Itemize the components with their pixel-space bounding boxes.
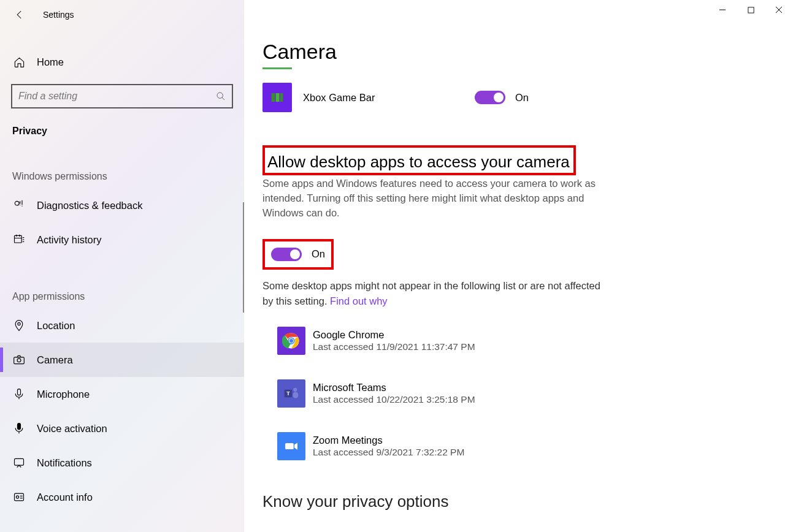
home-nav[interactable]: Home bbox=[11, 48, 233, 77]
sidebar-item-activity[interactable]: Activity history bbox=[0, 222, 244, 257]
section-header-windows-permissions: Windows permissions bbox=[12, 171, 233, 182]
camera-icon bbox=[12, 354, 26, 366]
xbox-icon bbox=[262, 83, 292, 112]
teams-icon: T bbox=[277, 379, 305, 408]
svg-rect-13 bbox=[276, 93, 280, 102]
desktop-apps-description: Some apps and Windows features need to a… bbox=[262, 177, 606, 221]
sidebar-item-label: Activity history bbox=[37, 234, 101, 246]
search-icon bbox=[216, 91, 226, 101]
main-content: Camera Xbox Game Bar On Allow desktop ap… bbox=[244, 0, 793, 532]
sidebar-item-account[interactable]: Account info bbox=[0, 480, 244, 514]
microphone-icon bbox=[12, 388, 26, 400]
sidebar-item-label: Microphone bbox=[37, 389, 90, 400]
search-input-wrapper[interactable] bbox=[11, 84, 233, 108]
sidebar-item-voice[interactable]: Voice activation bbox=[0, 411, 244, 446]
svg-point-3 bbox=[18, 322, 20, 325]
maximize-button[interactable] bbox=[737, 0, 765, 20]
app-last-accessed: Last accessed 11/9/2021 11:37:47 PM bbox=[313, 341, 475, 352]
highlight-box-toggle: On bbox=[262, 239, 334, 270]
nav-list-app: Location Camera Microphone bbox=[0, 308, 244, 514]
svg-rect-12 bbox=[272, 93, 275, 102]
sidebar-item-diagnostics[interactable]: Diagnostics & feedback bbox=[0, 188, 244, 222]
zoom-icon bbox=[277, 432, 305, 460]
page-title: Camera bbox=[262, 40, 768, 64]
chrome-icon bbox=[277, 327, 305, 355]
sidebar-item-label: Camera bbox=[37, 354, 73, 366]
svg-rect-23 bbox=[293, 392, 299, 398]
app-row-xbox: Xbox Game Bar On bbox=[262, 83, 768, 112]
svg-point-0 bbox=[217, 93, 223, 98]
app-name: Xbox Game Bar bbox=[303, 92, 475, 104]
close-button[interactable] bbox=[765, 0, 793, 20]
sidebar-item-label: Location bbox=[37, 320, 75, 332]
svg-point-1 bbox=[15, 201, 19, 205]
svg-rect-7 bbox=[18, 424, 21, 430]
app-last-accessed: Last accessed 9/3/2021 7:32:22 PM bbox=[313, 447, 464, 458]
desktop-app-row: T Microsoft Teams Last accessed 10/22/20… bbox=[277, 379, 768, 408]
svg-point-19 bbox=[289, 339, 293, 343]
feedback-icon bbox=[12, 199, 26, 211]
location-icon bbox=[12, 319, 26, 332]
app-name: Zoom Meetings bbox=[313, 435, 464, 446]
nav-list-windows: Diagnostics & feedback Activity history bbox=[0, 188, 244, 257]
sidebar-item-label: Notifications bbox=[37, 457, 92, 469]
arrow-left-icon bbox=[14, 9, 25, 20]
note-prefix: Some desktop apps might not appear in th… bbox=[262, 280, 600, 306]
sidebar-item-camera[interactable]: Camera bbox=[0, 343, 244, 377]
toggle-state: On bbox=[312, 248, 325, 260]
sidebar-item-label: Diagnostics & feedback bbox=[37, 200, 142, 211]
window-controls bbox=[708, 0, 793, 20]
svg-rect-14 bbox=[280, 93, 283, 102]
svg-point-5 bbox=[17, 359, 21, 362]
window-title: Settings bbox=[43, 10, 74, 20]
section-header-app-permissions: App permissions bbox=[12, 291, 233, 302]
app-name: Google Chrome bbox=[313, 329, 475, 341]
voice-icon bbox=[12, 422, 26, 435]
back-button[interactable] bbox=[5, 0, 34, 29]
sidebar-item-notifications[interactable]: Notifications bbox=[0, 446, 244, 480]
sidebar-item-label: Account info bbox=[37, 492, 93, 503]
svg-text:T: T bbox=[286, 390, 290, 397]
close-icon bbox=[775, 6, 783, 13]
highlight-box-heading: Allow desktop apps to access your camera bbox=[262, 145, 576, 175]
desktop-app-row: Google Chrome Last accessed 11/9/2021 11… bbox=[277, 327, 768, 355]
svg-point-22 bbox=[293, 388, 297, 392]
svg-rect-2 bbox=[15, 235, 22, 243]
desktop-apps-heading: Allow desktop apps to access your camera bbox=[267, 153, 570, 172]
search-input[interactable] bbox=[18, 91, 216, 102]
svg-rect-6 bbox=[18, 389, 21, 395]
notifications-icon bbox=[12, 457, 26, 469]
svg-rect-11 bbox=[748, 7, 753, 12]
app-name: Microsoft Teams bbox=[313, 382, 475, 393]
home-label: Home bbox=[37, 56, 64, 68]
privacy-options-heading: Know your privacy options bbox=[262, 492, 768, 511]
app-last-accessed: Last accessed 10/22/2021 3:25:18 PM bbox=[313, 394, 475, 405]
sidebar-item-location[interactable]: Location bbox=[0, 308, 244, 343]
find-out-why-link[interactable]: Find out why bbox=[330, 295, 388, 306]
desktop-app-row: Zoom Meetings Last accessed 9/3/2021 7:3… bbox=[277, 432, 768, 460]
account-icon bbox=[12, 491, 26, 503]
svg-rect-8 bbox=[15, 458, 24, 465]
maximize-icon bbox=[748, 7, 754, 13]
desktop-apps-list: Google Chrome Last accessed 11/9/2021 11… bbox=[277, 327, 768, 460]
svg-rect-24 bbox=[285, 443, 294, 449]
history-icon bbox=[12, 234, 26, 246]
home-icon bbox=[12, 56, 26, 68]
sidebar: Settings Home Privacy Windows permission… bbox=[0, 0, 244, 532]
category-label: Privacy bbox=[12, 126, 233, 137]
sidebar-item-microphone[interactable]: Microphone bbox=[0, 377, 244, 411]
minimize-button[interactable] bbox=[708, 0, 737, 20]
note-text: Some desktop apps might not appear in th… bbox=[262, 278, 606, 309]
desktop-apps-toggle[interactable] bbox=[271, 248, 302, 261]
title-underline bbox=[262, 67, 292, 69]
svg-point-10 bbox=[16, 496, 18, 498]
xbox-toggle[interactable] bbox=[475, 91, 505, 104]
toggle-state: On bbox=[515, 92, 529, 104]
sidebar-item-label: Voice activation bbox=[37, 423, 107, 435]
minimize-icon bbox=[719, 6, 726, 13]
